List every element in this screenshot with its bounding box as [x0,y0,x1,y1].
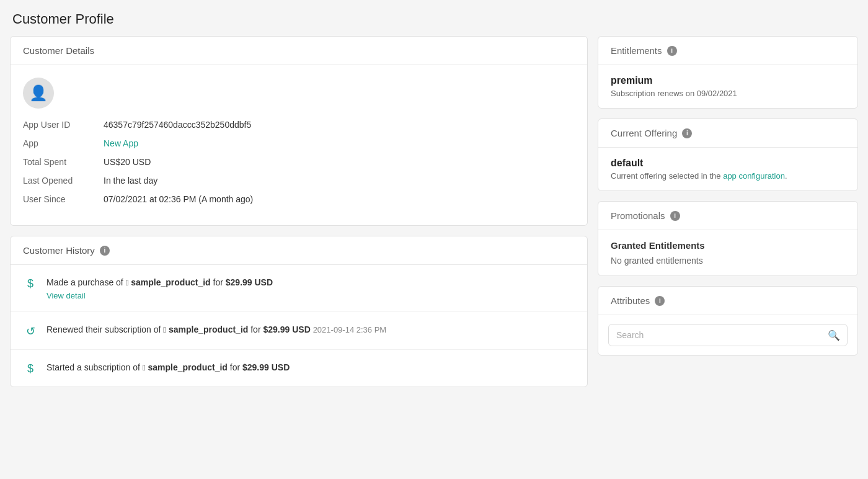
app-configuration-link[interactable]: app configuration [723,171,785,181]
current-offering-header: Current Offering i [598,119,857,148]
current-offering-card: Current Offering i default Current offer… [598,119,858,191]
attributes-info-icon[interactable]: i [655,296,665,306]
offering-desc-prefix: Current offering selected in the [611,171,721,181]
user-since-label: User Since [23,194,104,204]
started-icon: $ [23,362,38,375]
app-label: App [23,138,104,148]
entitlements-header: Entitlements i [598,37,857,65]
page-title: Customer Profile [0,0,868,36]
attributes-header: Attributes i [598,287,857,315]
history-text-1: Made a purchase of  sample_product_id f… [46,277,273,287]
apple-icon-1:  [126,278,129,287]
customer-details-card: Customer Details 👤 App User ID 46357c79f… [10,36,588,226]
entitlement-name: premium [611,75,845,86]
customer-history-title: Customer History [23,245,95,256]
attributes-search-container: 🔍 [598,315,857,355]
current-offering-body: default Current offering selected in the… [598,148,857,190]
total-spent-value: US$20 USD [104,157,575,167]
purchase-icon: $ [23,277,38,290]
app-user-id-value: 46357c79f257460daccc352b250ddbf5 [104,120,575,130]
attributes-card: Attributes i 🔍 [598,286,858,356]
apple-icon-2:  [163,325,166,334]
entitlements-title: Entitlements [611,45,662,56]
last-opened-value: In the last day [104,176,575,186]
total-spent-label: Total Spent [23,157,104,167]
attributes-search-input[interactable] [608,324,848,346]
promotionals-card: Promotionals i Granted Entitlements No g… [598,201,858,276]
history-timestamp-2: 2021-09-14 2:36 PM [313,325,387,334]
history-content-3: Started a subscription of  sample_produ… [46,361,290,374]
app-user-id-label: App User ID [23,120,104,130]
granted-title: Granted Entitlements [611,240,845,251]
customer-history-header: Customer History i [11,236,587,265]
app-user-id-row: App User ID 46357c79f257460daccc352b250d… [23,120,575,130]
customer-history-card: Customer History i $ Made a purchase of … [10,236,588,387]
history-item-2: ↺ Renewed their subscription of  sample… [11,312,587,350]
promotionals-title: Promotionals [611,210,665,221]
customer-details-title: Customer Details [23,45,94,56]
apple-icon-3:  [143,363,146,372]
last-opened-label: Last Opened [23,176,104,186]
history-info-icon[interactable]: i [100,246,110,256]
history-content-2: Renewed their subscription of  sample_p… [46,323,386,336]
offering-desc-suffix: . [785,171,787,181]
history-text-3: Started a subscription of  sample_produ… [46,362,290,372]
history-item-1: $ Made a purchase of  sample_product_id… [11,265,587,312]
offering-name: default [611,158,845,169]
app-row: App New App [23,138,575,148]
offering-description: Current offering selected in the app con… [611,171,845,181]
entitlements-card: Entitlements i premium Subscription rene… [598,36,858,109]
granted-none: No granted entitlements [611,256,845,266]
attributes-title: Attributes [611,295,650,306]
entitlements-info-icon[interactable]: i [667,46,677,56]
entitlement-renewal: Subscription renews on 09/02/2021 [611,89,845,98]
history-content-1: Made a purchase of  sample_product_id f… [46,276,273,300]
customer-details-header: Customer Details [11,37,587,65]
user-since-row: User Since 07/02/2021 at 02:36 PM (A mon… [23,194,575,204]
last-opened-row: Last Opened In the last day [23,176,575,186]
person-icon: 👤 [29,84,48,102]
promotionals-info-icon[interactable]: i [670,211,680,221]
history-item-3: $ Started a subscription of  sample_pro… [11,350,587,387]
view-detail-link-1[interactable]: View detail [46,291,273,300]
customer-details-body: 👤 App User ID 46357c79f257460daccc352b25… [11,65,587,225]
avatar: 👤 [23,78,54,109]
promotionals-header: Promotionals i [598,202,857,230]
total-spent-row: Total Spent US$20 USD [23,157,575,167]
entitlements-body: premium Subscription renews on 09/02/202… [598,65,857,108]
renewal-icon: ↺ [23,325,38,338]
promotionals-body: Granted Entitlements No granted entitlem… [598,230,857,275]
history-text-2: Renewed their subscription of  sample_p… [46,325,313,334]
current-offering-info-icon[interactable]: i [682,128,692,138]
app-link[interactable]: New App [104,138,575,148]
current-offering-title: Current Offering [611,128,677,138]
user-since-value: 07/02/2021 at 02:36 PM (A month ago) [104,194,575,204]
